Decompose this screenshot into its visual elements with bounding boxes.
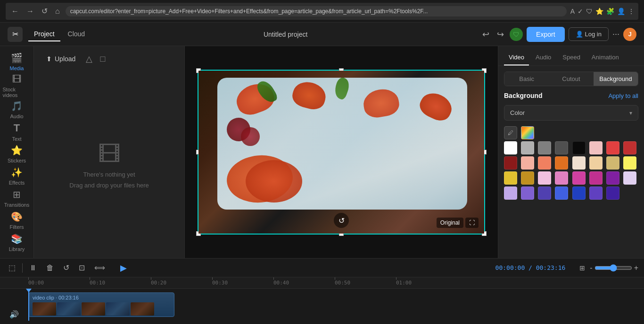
sub-tab-basic[interactable]: Basic (504, 72, 549, 86)
sidebar-item-filters[interactable]: 🎨 Filters (3, 210, 31, 230)
color-swatch-light-orange[interactable] (589, 156, 603, 170)
dropbox-button[interactable]: □ (98, 52, 107, 66)
color-swatch-light-gray[interactable] (521, 141, 534, 154)
rotate-button[interactable]: ↺ (60, 261, 72, 274)
sidebar-item-text[interactable]: T Text (3, 122, 31, 142)
google-drive-button[interactable]: △ (84, 52, 94, 66)
media-dropzone[interactable]: 🎞 There's nothing yet Drag and drop your… (34, 72, 184, 258)
apply-all-button[interactable]: Apply to all (608, 92, 638, 99)
video-clip[interactable]: video clip · 00:23:16 (28, 292, 174, 317)
color-type-dropdown[interactable]: Color ▾ (504, 105, 638, 121)
puzzle-icon: 🧩 (606, 8, 614, 15)
avatar[interactable]: J (623, 28, 636, 41)
color-swatch-tan[interactable] (606, 156, 619, 170)
zoom-out-button[interactable]: - (590, 264, 592, 272)
browser-extensions: A ✓ 🛡 ⭐ 🧩 👤 ⋮ (570, 8, 635, 15)
color-swatch-crimson[interactable] (623, 141, 636, 154)
home-button[interactable]: ⌂ (53, 6, 62, 16)
flip-button[interactable]: ⟺ (91, 261, 108, 274)
color-swatch-dark-violet[interactable] (538, 186, 551, 200)
color-swatch-black[interactable] (572, 141, 586, 154)
ruler-mark-1: 00:10 (90, 280, 151, 286)
color-swatch-medium-lavender[interactable] (504, 186, 517, 200)
split-button[interactable]: ⬚ (6, 261, 18, 274)
color-swatch-yellow[interactable] (623, 156, 636, 170)
back-button[interactable]: ← (9, 6, 21, 16)
crop-button[interactable]: ⊡ (76, 261, 88, 274)
color-swatch-lavender[interactable] (623, 171, 636, 185)
sidebar-item-audio[interactable]: 🎵 Audio (3, 100, 31, 120)
tab-speed[interactable]: Speed (558, 50, 585, 65)
clip-thumbnail-3 (82, 302, 105, 316)
color-swatch-blue[interactable] (555, 186, 568, 200)
color-swatch-peach[interactable] (572, 156, 586, 170)
stickers-label: Stickers (8, 158, 26, 163)
color-swatch-gold[interactable] (521, 171, 534, 185)
color-swatch-pink[interactable] (555, 171, 568, 185)
audio-icon: 🎵 (11, 100, 23, 112)
color-swatch-dark-pink[interactable] (589, 171, 603, 185)
color-swatch-indigo[interactable] (589, 186, 603, 200)
sidebar-item-media[interactable]: 🎬 Media (3, 52, 31, 72)
export-button[interactable]: Export (527, 27, 564, 42)
play-button[interactable]: ▶ (117, 261, 130, 275)
color-swatch-salmon[interactable] (521, 156, 534, 170)
sidebar-item-stock-videos[interactable]: 🎞 Stock videos (3, 74, 31, 98)
tab-project[interactable]: Project (28, 27, 60, 41)
color-swatch-medium-gray[interactable] (538, 141, 551, 154)
clip-thumbnails (33, 302, 154, 316)
zoom-slider[interactable] (594, 264, 632, 272)
color-swatch-dark-blue[interactable] (572, 186, 586, 200)
tab-video[interactable]: Video (504, 50, 529, 65)
aspect-ratio-button[interactable]: Original (437, 218, 463, 228)
sidebar-item-transitions[interactable]: ⊞ Transitions (3, 188, 31, 208)
color-swatch-light-pink[interactable] (589, 141, 603, 154)
fullscreen-button[interactable]: ⛶ (465, 218, 479, 228)
color-swatch-coral[interactable] (538, 156, 551, 170)
sidebar-item-effects[interactable]: ✨ Effects (3, 166, 31, 186)
url-bar[interactable] (66, 6, 567, 16)
tab-animation[interactable]: Animation (587, 50, 624, 65)
mute-button[interactable]: 🔊 (9, 310, 19, 319)
color-swatch-deep-purple[interactable] (606, 186, 619, 200)
sidebar-item-stickers[interactable]: ⭐ Stickers (3, 144, 31, 164)
playhead[interactable] (28, 289, 29, 321)
color-swatch-white[interactable] (504, 141, 517, 154)
sidebar-item-library[interactable]: 📚 Library (3, 232, 31, 252)
video-frame: ↺ Original ⛶ (198, 70, 485, 235)
more-options-button[interactable]: ··· (612, 29, 619, 39)
color-swatch-dark-gray[interactable] (555, 141, 568, 154)
app-header: ✂ Project Cloud Untitled project ↩ ↪ 🛡 E… (0, 23, 644, 46)
undo-button[interactable]: ↩ (480, 27, 491, 41)
shield-icon: A (570, 8, 575, 15)
color-swatch-dark-yellow[interactable] (504, 171, 517, 185)
color-swatch-orange[interactable] (555, 156, 568, 170)
zoom-in-button[interactable]: + (634, 264, 638, 272)
forward-button[interactable]: → (25, 6, 36, 16)
login-button[interactable]: 👤 Log in (569, 27, 609, 41)
color-swatches-grid (504, 141, 638, 200)
color-swatch-purple[interactable] (606, 171, 619, 185)
redo-button[interactable]: ↪ (495, 27, 506, 41)
upload-button[interactable]: ⬆ Upload (41, 52, 80, 65)
multitrack-button[interactable]: ⊞ (577, 262, 588, 274)
tab-audio[interactable]: Audio (531, 50, 556, 65)
custom-color-picker-button[interactable]: 🖊 (504, 126, 517, 139)
ruler-mark-0: 00:00 (28, 280, 90, 286)
delete-button[interactable]: 🗑 (43, 262, 57, 274)
split-at-playhead-button[interactable]: ⏸ (26, 262, 40, 274)
refresh-preview-button[interactable]: ↺ (334, 213, 349, 228)
color-swatch-dark-red[interactable] (504, 156, 517, 170)
color-swatch-magenta[interactable] (572, 171, 586, 185)
clip-thumbnail-5 (131, 302, 154, 316)
tab-cloud[interactable]: Cloud (62, 27, 91, 41)
color-swatch-violet[interactable] (521, 186, 534, 200)
gradient-swatch[interactable] (521, 126, 534, 139)
color-swatch-light-lavender[interactable] (538, 171, 551, 185)
sub-tab-background[interactable]: Background (594, 72, 638, 86)
sub-tab-cutout[interactable]: Cutout (549, 72, 593, 86)
color-swatch-red-pink[interactable] (606, 141, 619, 154)
eyedropper-icon: 🖊 (508, 130, 513, 136)
refresh-button[interactable]: ↺ (40, 6, 50, 16)
right-panel-tabs: Video Audio Speed Animation (498, 46, 644, 66)
